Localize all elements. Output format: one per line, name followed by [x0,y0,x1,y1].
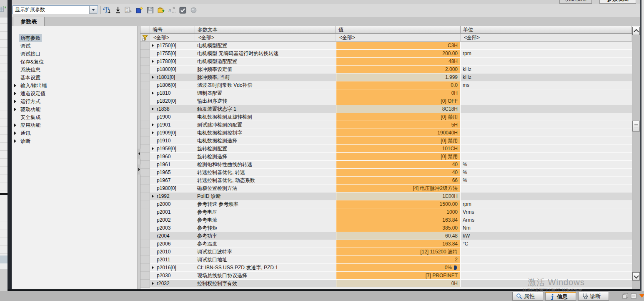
sidebar-item[interactable]: 驱动功能 [12,106,137,114]
column-header[interactable]: 参数文本 [195,26,336,34]
filter-cell[interactable]: <全部> [461,34,632,42]
parameter-row[interactable]: p1901测试脉冲检测的配置5H [140,121,632,129]
scrollbar-thumb[interactable] [632,121,640,132]
parameter-row[interactable]: r2004参考功率60.48kW [140,232,632,240]
param-value-cell[interactable]: 190040H [336,129,461,137]
param-value-cell[interactable]: [0] 禁用 [336,113,461,121]
sidebar-item[interactable]: 诊断 [12,137,137,145]
parameter-row[interactable]: p2000参考转速 参考频率1500.00rpm [140,200,632,208]
param-value-cell[interactable]: 0H [336,89,461,97]
param-value-cell[interactable]: 1E00H [336,192,461,200]
param-value-cell[interactable]: 2.000 [336,66,461,73]
param-value-cell[interactable]: 1500.00 [336,200,461,208]
parameter-row[interactable]: p1959[0]旋转检测配置101CH [140,145,632,153]
expand-arrow-icon[interactable] [14,124,16,127]
parameter-row[interactable]: p2003参考转矩385.00Nm [140,224,632,232]
view-tab[interactable]: 参数视图 [599,0,636,4]
parameter-row[interactable]: p1960旋转检测选择[0] 禁用 [140,153,632,161]
filter-cell[interactable]: <全部> [336,34,461,42]
param-value-cell[interactable]: 163.84 [336,240,461,248]
param-value-cell[interactable]: 48H [336,58,461,65]
parameter-row[interactable]: p2016[0]CI: IBN-SS USS PZD 发送字, PZD 10% [140,264,632,272]
expand-arrow-icon[interactable] [152,76,154,79]
expand-arrow-icon[interactable] [14,108,16,111]
param-value-cell[interactable]: 163.84 [336,216,461,224]
sidebar-item[interactable]: 调试 [12,42,137,50]
inspector-tab[interactable]: 信息 [545,292,576,301]
vertical-scrollbar[interactable] [632,26,640,289]
parameter-row[interactable]: p1909[0]电机数据检测控制字190040H [140,129,632,137]
new-object-icon[interactable] [135,6,143,14]
param-value-cell[interactable]: [7] PROFINET [336,272,461,279]
parameter-row[interactable]: p1965转速控制器优化, 转速40% [140,169,632,177]
accept-icon[interactable] [179,6,187,14]
param-value-cell[interactable]: 0H [336,280,461,287]
param-value-cell[interactable]: [0] 禁用 [336,153,461,160]
parameter-row[interactable]: p1810调制器配置0H [140,89,632,97]
expand-arrow-icon[interactable] [152,60,154,63]
scroll-up-button[interactable] [632,27,640,35]
expand-arrow-icon[interactable] [152,123,154,126]
document-tab[interactable]: 参数表 [13,17,45,26]
parameter-row[interactable]: r1992PolID 诊断1E00H [140,192,632,200]
sidebar-item[interactable]: 安全集成 [12,114,137,121]
sidebar-item[interactable]: 运行方式 [12,98,137,106]
sidebar-item[interactable]: 通道设定值 [12,90,137,98]
restore-icon[interactable] [157,6,165,14]
parameter-row[interactable]: p1780[0]电机模型适配配置48H [140,58,632,66]
param-value-cell[interactable]: 1.999 [336,73,461,81]
parameter-row[interactable]: p1755[0]电机模型 无编码器运行时的转换转速200.00rpm [140,50,632,58]
inspector-tab[interactable]: 属性 [512,292,543,301]
combobox-dropdown-button[interactable] [89,6,97,14]
display-mode-combobox[interactable]: 显示扩展参数 [13,5,98,14]
parameter-row[interactable]: p2002参考电流163.84Arms [140,216,632,224]
parameter-row[interactable]: p1910电机数据检测选择[0] 禁用 [140,137,632,145]
parameter-row[interactable]: r1838触发装置状态字 18C18H [140,105,632,113]
parameter-row[interactable]: p1820[0]输出相序逆转[0] OFF [140,97,632,105]
parameter-row[interactable]: p1900电机数据检测及旋转检测[0] 禁用 [140,113,632,121]
panel-splitter[interactable] [138,26,140,289]
param-value-cell[interactable]: [0] 禁用 [336,137,461,144]
pages-icon[interactable] [622,293,628,299]
parameter-row[interactable]: p2011调试接口地址2 [140,256,632,264]
param-value-cell[interactable]: 200.00 [336,50,461,57]
collapse-left-button[interactable] [138,149,140,159]
parameter-row[interactable]: p1800[0]脉冲频率设定值2.000kHz [140,66,632,73]
filter-cell[interactable]: <全部> [150,34,195,42]
expand-arrow-icon[interactable] [14,92,16,95]
expand-arrow-icon[interactable] [152,44,154,47]
sidebar-item[interactable]: 调试接口 [12,50,137,58]
parameter-transfer-icon[interactable]: r?pb [125,6,133,14]
parameter-row[interactable]: r1801[0]脉冲频率, 当前1.999kHz [140,73,632,81]
expand-arrow-icon[interactable] [152,131,154,134]
scroll-down-button[interactable] [632,272,640,281]
param-value-cell[interactable]: 1000 [336,208,461,216]
compare-icon[interactable] [103,6,111,14]
param-value-cell[interactable]: 5H [336,121,461,129]
download-values-icon[interactable] [114,6,122,14]
sidebar-item[interactable]: 系统信息 [12,66,137,74]
param-value-cell[interactable]: 0% [336,264,461,271]
save-icon[interactable] [146,6,154,14]
param-value-cell[interactable]: 385.00 [336,224,461,232]
sidebar-item[interactable]: 应用功能 [12,121,137,129]
sidebar-item[interactable]: 所有参数 [12,34,137,42]
param-value-cell[interactable]: 60.48 [336,232,461,240]
column-header[interactable]: 值 [336,26,461,34]
scrollbar-track[interactable] [632,34,640,289]
expand-arrow-icon[interactable] [152,147,154,150]
expand-arrow-icon[interactable] [14,132,16,135]
sidebar-item[interactable]: 输入/输出端 [12,82,137,90]
param-value-cell[interactable]: 2 [336,256,461,263]
param-value-cell[interactable]: 0.0 [336,81,461,89]
filter-cell[interactable]: <全部> [195,34,336,42]
parameter-row[interactable]: p1967转速控制器优化, 动态系数66% [140,177,632,185]
expand-arrow-icon[interactable] [152,195,154,198]
sidebar-item[interactable]: 基本设置 [12,74,137,82]
param-value-cell[interactable]: 66 [336,177,461,184]
param-value-cell[interactable]: 101CH [336,145,461,152]
param-value-cell[interactable]: C3H [336,42,461,49]
param-value-cell[interactable]: 40 [336,161,461,168]
expand-arrow-icon[interactable] [14,100,16,103]
expand-arrow-icon[interactable] [152,91,154,95]
